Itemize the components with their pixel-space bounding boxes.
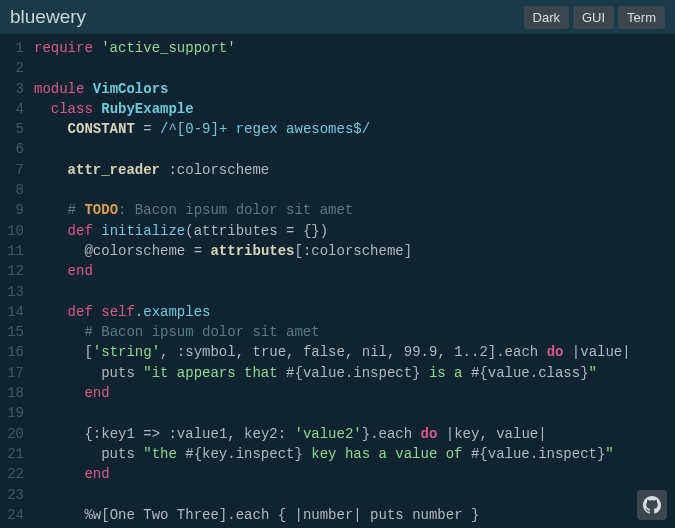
- code-line: @colorscheme = attributes[:colorscheme]: [34, 241, 675, 261]
- line-number: 10: [0, 221, 24, 241]
- code-line: [34, 58, 675, 78]
- code-line: require 'active_support': [34, 38, 675, 58]
- line-number: 24: [0, 505, 24, 525]
- code-line: CONSTANT = /^[0-9]+ regex awesomes$/: [34, 119, 675, 139]
- code-line: {:key1 => :value1, key2: 'value2'}.each …: [34, 424, 675, 444]
- line-number: 14: [0, 302, 24, 322]
- button-group: Dark GUI Term: [524, 6, 665, 29]
- code-line: def initialize(attributes = {}): [34, 221, 675, 241]
- code-line: ['string', :symbol, true, false, nil, 99…: [34, 342, 675, 362]
- term-button[interactable]: Term: [618, 6, 665, 29]
- code-content: require 'active_support'module VimColors…: [34, 38, 675, 528]
- line-number: 11: [0, 241, 24, 261]
- code-line: [34, 180, 675, 200]
- line-number: 16: [0, 342, 24, 362]
- line-number: 13: [0, 282, 24, 302]
- line-number: 6: [0, 139, 24, 159]
- code-line: def self.examples: [34, 302, 675, 322]
- code-line: # Bacon ipsum dolor sit amet: [34, 322, 675, 342]
- line-number: 18: [0, 383, 24, 403]
- line-number: 20: [0, 424, 24, 444]
- line-number: 21: [0, 444, 24, 464]
- line-number: 5: [0, 119, 24, 139]
- code-line: puts "it appears that #{value.inspect} i…: [34, 363, 675, 383]
- github-icon: [643, 496, 661, 514]
- code-line: module VimColors: [34, 79, 675, 99]
- code-line: attr_reader :colorscheme: [34, 160, 675, 180]
- line-number: 12: [0, 261, 24, 281]
- line-number: 23: [0, 485, 24, 505]
- github-link[interactable]: [637, 490, 667, 520]
- code-line: [34, 282, 675, 302]
- line-number: 9: [0, 200, 24, 220]
- line-number: 15: [0, 322, 24, 342]
- line-number: 1: [0, 38, 24, 58]
- code-line: [34, 485, 675, 505]
- line-number: 17: [0, 363, 24, 383]
- line-number: 8: [0, 180, 24, 200]
- line-number: 3: [0, 79, 24, 99]
- line-number-gutter: 123456789101112131415161718192021222324: [0, 38, 34, 528]
- code-line: class RubyExample: [34, 99, 675, 119]
- code-line: end: [34, 261, 675, 281]
- code-line: end: [34, 464, 675, 484]
- code-line: # TODO: Bacon ipsum dolor sit amet: [34, 200, 675, 220]
- code-line: %w[One Two Three].each { |number| puts n…: [34, 505, 675, 525]
- header-bar: bluewery Dark GUI Term: [0, 0, 675, 34]
- code-line: [34, 403, 675, 423]
- code-line: end: [34, 383, 675, 403]
- scheme-title: bluewery: [10, 6, 86, 28]
- code-line: puts "the #{key.inspect} key has a value…: [34, 444, 675, 464]
- line-number: 2: [0, 58, 24, 78]
- line-number: 7: [0, 160, 24, 180]
- dark-button[interactable]: Dark: [524, 6, 569, 29]
- line-number: 4: [0, 99, 24, 119]
- gui-button[interactable]: GUI: [573, 6, 614, 29]
- code-line: [34, 139, 675, 159]
- line-number: 22: [0, 464, 24, 484]
- line-number: 19: [0, 403, 24, 423]
- code-area: 123456789101112131415161718192021222324 …: [0, 34, 675, 528]
